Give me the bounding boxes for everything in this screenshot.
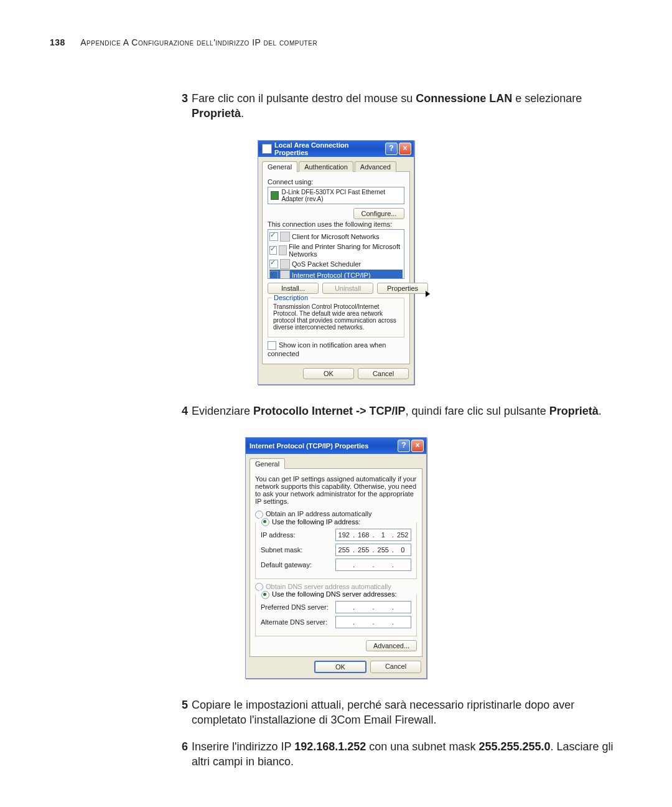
radio-icon[interactable] [261,591,269,599]
list-item-label: Internet Protocol (TCP/IP) [292,271,371,279]
close-button[interactable]: × [399,143,411,155]
step-text: Fare clic con il pulsante destro del mou… [192,92,416,105]
list-item[interactable]: Client for Microsoft Networks [269,231,403,242]
adapter-name: D-Link DFE-530TX PCI Fast Ethernet Adapt… [281,189,401,202]
checkbox-icon[interactable] [269,246,277,255]
ip-label: IP address: [261,531,335,539]
step-text: . [599,405,602,417]
component-icon [280,232,290,242]
checkbox-icon[interactable] [269,260,278,268]
uninstall-button[interactable]: Uninstall [322,283,373,294]
checkbox-icon[interactable] [269,271,278,279]
radio-label: Use the following IP address: [272,518,360,526]
manual-dns-group: Use the following DNS server addresses: … [255,595,417,636]
step-text: e selezionare [512,92,582,105]
show-icon-label: Show icon in notification area when conn… [268,341,386,357]
ip-address-row: IP address: 192.168.1.252 [261,529,411,541]
gateway-label: Default gateway: [261,561,335,569]
tab-general[interactable]: General [262,161,297,172]
connect-using-label: Connect using: [268,178,404,186]
component-icon [280,270,290,279]
gateway-row: Default gateway: ... [261,559,411,571]
close-button[interactable]: × [411,440,424,452]
pdns-label: Preferred DNS server: [261,603,335,611]
step-5: 5 Copiare le impostazioni attuali, perch… [174,697,622,728]
tab-advanced[interactable]: Advanced [355,161,396,172]
manual-ip-group: Use the following IP address: IP address… [255,522,417,579]
alternate-dns-row: Alternate DNS server: ... [261,616,411,628]
list-item-selected[interactable]: Internet Protocol (TCP/IP) [269,270,403,279]
page-header: 138 Appendice A Configurazione dell'indi… [50,37,622,47]
tab-general[interactable]: General [250,458,285,469]
radio-obtain-dns: Obtain DNS server address automatically [255,583,417,592]
step-bold: Proprietà [192,107,241,120]
radio-icon[interactable] [261,518,269,526]
description-group: Description Transmission Control Protoco… [268,298,404,337]
step-6: 6 Inserire l'indirizzo IP 192.168.1.252 … [174,739,622,770]
titlebar[interactable]: Local Area Connection Properties ? × [258,141,414,157]
list-item-label: Client for Microsoft Networks [292,233,380,240]
cancel-button[interactable]: Cancel [370,661,421,673]
step-text: Copiare le impostazioni attuali, perché … [192,697,622,728]
window-title: Local Area Connection Properties [274,141,384,156]
description-text: Transmission Control Protocol/Internet P… [273,303,399,331]
component-icon [279,245,287,255]
step-number: 4 [174,404,188,418]
adns-label: Alternate DNS server: [261,618,335,626]
advanced-button[interactable]: Advanced... [366,640,417,651]
mask-label: Subnet mask: [261,546,335,554]
step-bold: 192.168.1.252 [294,740,366,753]
step-text: Evidenziare [192,405,253,417]
intro-text: You can get IP settings assigned automat… [255,475,417,505]
preferred-dns-input[interactable]: ... [335,601,411,613]
items-label: This connection uses the following items… [268,220,404,228]
step-text: , quindi fare clic sul pulsante [406,405,549,417]
radio-label: Obtain an IP address automatically [266,510,371,517]
help-button[interactable]: ? [398,440,410,452]
list-item[interactable]: File and Printer Sharing for Microsoft N… [269,242,403,258]
radio-label: Use the following DNS server addresses: [272,590,397,598]
radio-label: Obtain DNS server address automatically [266,583,391,590]
component-icon [280,259,290,269]
ok-button[interactable]: OK [303,368,354,379]
cancel-button[interactable]: Cancel [358,368,409,379]
components-list[interactable]: Client for Microsoft Networks File and P… [268,229,404,279]
ip-address-input[interactable]: 192.168.1.252 [335,529,411,541]
lan-properties-dialog: Local Area Connection Properties ? × Gen… [258,140,414,385]
step-number: 3 [174,91,188,121]
step-3: 3 Fare clic con il pulsante destro del m… [174,91,622,121]
list-item-label: File and Printer Sharing for Microsoft N… [289,243,403,258]
page-number: 138 [50,37,65,47]
subnet-mask-row: Subnet mask: 255.255.255.0 [261,544,411,556]
step-bold: Proprietà [549,405,599,417]
radio-obtain-ip[interactable]: Obtain an IP address automatically [255,510,417,519]
step-4: 4 Evidenziare Protocollo Internet -> TCP… [174,404,622,418]
step-text: Inserire l'indirizzo IP [192,740,294,753]
radio-use-ip[interactable]: Use the following IP address: [259,518,362,527]
window-icon [262,144,272,154]
configure-button[interactable]: Configure... [353,208,404,219]
checkbox-icon[interactable] [269,232,278,241]
subnet-mask-input[interactable]: 255.255.255.0 [335,544,411,556]
nic-icon [271,191,279,200]
radio-use-dns[interactable]: Use the following DNS server addresses: [259,590,399,599]
list-item-label: QoS Packet Scheduler [292,260,361,268]
list-item[interactable]: QoS Packet Scheduler [269,258,403,270]
properties-button[interactable]: Properties [377,283,428,294]
description-legend: Description [272,294,310,301]
step-bold: Protocollo Internet -> TCP/IP [253,405,406,417]
gateway-input[interactable]: ... [335,559,411,571]
step-number: 6 [174,739,188,770]
step-bold: 255.255.255.0 [478,740,550,753]
adapter-field[interactable]: D-Link DFE-530TX PCI Fast Ethernet Adapt… [268,187,404,204]
preferred-dns-row: Preferred DNS server: ... [261,601,411,613]
alternate-dns-input[interactable]: ... [335,616,411,628]
checkbox-icon[interactable] [268,341,276,350]
step-number: 5 [174,697,188,728]
tab-authentication[interactable]: Authentication [299,161,353,172]
ok-button[interactable]: OK [314,661,366,673]
titlebar[interactable]: Internet Protocol (TCP/IP) Properties ? … [246,438,426,454]
install-button[interactable]: Install... [268,283,319,294]
help-button[interactable]: ? [385,143,398,155]
show-icon-checkbox[interactable]: Show icon in notification area when conn… [268,341,404,357]
